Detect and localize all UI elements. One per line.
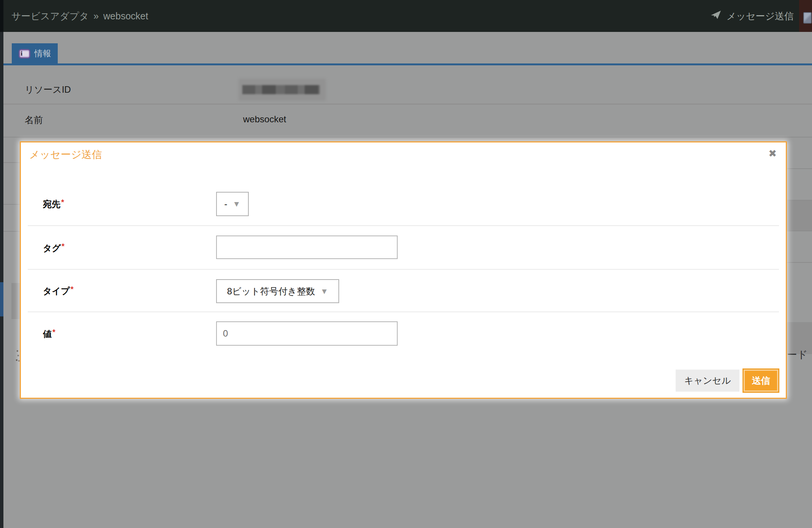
sidebar-active-indicator	[0, 282, 3, 316]
bg-clipped-text: ード	[787, 348, 808, 362]
required-mark: *	[61, 198, 64, 206]
send-icon	[711, 10, 721, 22]
required-mark: *	[62, 242, 65, 250]
tab-underline	[3, 63, 812, 65]
info-icon: i	[19, 49, 30, 58]
send-message-dialog: メッセージ送信 ✖ 宛先* - ▼ タグ* タイプ* 8ビット符号付き整数 ▼ …	[20, 141, 787, 399]
bg-row-divider	[787, 168, 812, 169]
avatar	[803, 12, 812, 24]
chevron-down-icon: ▼	[320, 287, 328, 296]
value-label: 値*	[43, 328, 55, 340]
name-label: 名前	[25, 114, 43, 126]
resource-id-value-redacted	[239, 79, 326, 101]
send-message-label: メッセージ送信	[727, 10, 794, 22]
name-value: websocket	[243, 114, 286, 125]
destination-label: 宛先*	[43, 198, 64, 210]
breadcrumb: サービスアダプタ » websocket	[11, 0, 148, 32]
dialog-row-divider	[28, 311, 779, 312]
tab-info-label: 情報	[35, 48, 51, 59]
bg-row-divider	[3, 162, 20, 163]
account-menu[interactable]	[799, 0, 812, 32]
required-mark: *	[52, 328, 55, 336]
tag-input[interactable]	[216, 236, 398, 259]
bg-row-stripe	[787, 200, 812, 231]
destination-selected-value: -	[224, 199, 227, 209]
tag-label: タグ*	[43, 242, 65, 254]
resource-id-label: リソースID	[25, 84, 71, 96]
breadcrumb-section[interactable]: サービスアダプタ	[11, 10, 89, 22]
sidebar-strip[interactable]	[0, 32, 3, 528]
dialog-row-divider	[28, 269, 779, 270]
dialog-title: メッセージ送信	[29, 148, 102, 161]
bg-row-divider	[787, 200, 812, 201]
top-bar: サービスアダプタ » websocket メッセージ送信	[0, 0, 812, 32]
send-message-button[interactable]: メッセージ送信	[711, 10, 794, 22]
bg-clipped-cell	[11, 283, 20, 319]
topbar-actions: メッセージ送信	[711, 0, 794, 32]
row-divider	[3, 104, 812, 104]
row-divider	[3, 137, 812, 138]
destination-select[interactable]: - ▼	[216, 192, 249, 216]
chevron-down-icon: ▼	[233, 199, 241, 209]
bg-row-divider	[787, 262, 812, 263]
type-selected-value: 8ビット符号付き整数	[227, 285, 315, 297]
dialog-row-divider	[28, 225, 779, 226]
value-input[interactable]	[216, 321, 398, 346]
bg-clipped-text-fragment	[17, 350, 18, 352]
submit-button[interactable]: 送信	[742, 368, 779, 393]
breadcrumb-separator: »	[93, 11, 99, 22]
bg-row-divider	[3, 204, 20, 205]
close-icon[interactable]: ✖	[768, 149, 777, 158]
type-label: タイプ*	[43, 285, 73, 297]
breadcrumb-page: websocket	[103, 11, 148, 22]
app-screen: サービスアダプタ » websocket メッセージ送信 i 情報 リソースID	[0, 0, 812, 528]
cancel-button[interactable]: キャンセル	[676, 370, 739, 392]
sidebar-corner	[0, 0, 3, 32]
bg-row-divider	[787, 231, 812, 231]
bg-row-divider	[3, 231, 20, 232]
type-select[interactable]: 8ビット符号付き整数 ▼	[216, 279, 339, 303]
required-mark: *	[71, 285, 74, 293]
tab-info[interactable]: i 情報	[12, 43, 58, 64]
